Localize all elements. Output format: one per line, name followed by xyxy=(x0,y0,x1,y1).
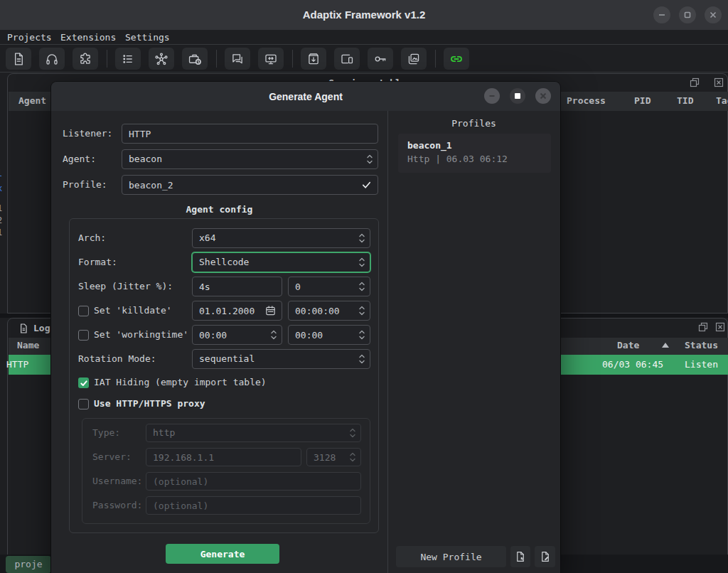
credentials-key-icon xyxy=(373,51,388,66)
proxy-password-field[interactable] xyxy=(146,496,361,515)
window-close-button[interactable] xyxy=(705,6,722,23)
killdate-checkbox[interactable] xyxy=(78,306,89,316)
logs-col-status[interactable]: Status xyxy=(685,340,718,350)
rotation-select[interactable]: sequential xyxy=(192,349,370,369)
logs-col-name[interactable]: Name xyxy=(17,340,39,350)
screenshots-icon xyxy=(407,51,422,66)
spinner-arrows-icon[interactable] xyxy=(270,329,277,341)
window-minimize-button[interactable] xyxy=(653,6,670,23)
spinner-arrows-icon[interactable] xyxy=(358,329,365,341)
spinner-arrows-icon[interactable] xyxy=(358,281,365,293)
toolbar-separator xyxy=(292,50,293,68)
logs-tab-icon xyxy=(18,323,29,334)
file-edit-icon xyxy=(539,551,551,563)
dialog-close-button[interactable] xyxy=(535,88,551,104)
dialog-minimize-button[interactable] xyxy=(484,88,500,104)
sessions-col-tag[interactable]: Tag xyxy=(716,95,728,106)
profile-field[interactable] xyxy=(122,175,378,195)
sort-ascending-icon[interactable] xyxy=(662,343,669,348)
menu-projects[interactable]: Projects xyxy=(3,30,56,45)
arch-select-value: x64 xyxy=(199,229,215,247)
toolbar-logs-button[interactable] xyxy=(6,48,31,70)
menu-settings[interactable]: Settings xyxy=(121,30,174,45)
project-tab[interactable]: proje xyxy=(6,556,51,573)
proxy-toggle-checkbox[interactable] xyxy=(78,399,89,409)
menu-bar: Projects Extensions Settings xyxy=(0,30,728,45)
proxy-password-input[interactable] xyxy=(146,497,360,514)
menu-extensions[interactable]: Extensions xyxy=(56,30,120,45)
calendar-icon[interactable] xyxy=(265,306,276,316)
toolbar-listeners-button[interactable] xyxy=(39,48,65,70)
agent-select[interactable]: beacon xyxy=(122,149,378,169)
sessions-col-tid[interactable]: TID xyxy=(677,95,693,106)
toolbar-graph-button[interactable] xyxy=(149,48,174,70)
killdate-date-field[interactable] xyxy=(192,301,282,321)
toolbar-devices-button[interactable] xyxy=(334,48,360,70)
listener-field[interactable] xyxy=(122,124,378,144)
sessions-close-button[interactable] xyxy=(714,77,724,87)
profile-list-item[interactable]: beacon_1 Http | 06.03 06:12 xyxy=(398,134,551,173)
toolbar-tasks-button[interactable] xyxy=(115,48,141,70)
logs-close-button[interactable] xyxy=(715,322,726,332)
proxy-server-input[interactable] xyxy=(146,449,301,466)
workingtime-to-field[interactable] xyxy=(288,325,370,345)
sessions-col-pid[interactable]: PID xyxy=(634,95,651,106)
chevron-up-down-icon xyxy=(366,154,373,166)
window-maximize-button[interactable] xyxy=(679,6,696,23)
maximize-icon xyxy=(684,11,691,18)
proxy-type-select[interactable]: http xyxy=(146,424,361,442)
profile-label: Profile: xyxy=(63,175,107,195)
dialog-titlebar: Generate Agent xyxy=(51,82,560,111)
jitter-field[interactable] xyxy=(288,277,370,296)
task-list-icon xyxy=(121,51,136,66)
spinner-arrows-icon[interactable] xyxy=(358,305,365,317)
chevron-up-down-icon xyxy=(358,232,365,245)
sleep-label: Sleep (Jitter %): xyxy=(78,277,173,296)
toolbar-separator xyxy=(107,50,107,68)
sessions-col-agent[interactable]: Agent xyxy=(18,95,46,106)
workingtime-from-input[interactable] xyxy=(193,326,282,344)
puzzle-icon xyxy=(78,51,93,66)
toolbar-jobs-button[interactable] xyxy=(182,48,208,70)
iat-hiding-checkbox[interactable] xyxy=(78,377,89,388)
edge-fragment: l xyxy=(0,168,2,178)
workingtime-from-field[interactable] xyxy=(192,325,282,345)
toolbar-link-button[interactable] xyxy=(444,48,469,70)
listener-input[interactable] xyxy=(122,124,378,143)
sleep-field[interactable] xyxy=(192,277,282,296)
dialog-maximize-button[interactable] xyxy=(510,88,525,104)
chevron-up-down-icon xyxy=(358,353,365,365)
toolbar-downloads-button[interactable] xyxy=(301,48,326,70)
jitter-input[interactable] xyxy=(289,277,370,296)
killdate-time-field[interactable] xyxy=(288,301,370,321)
edit-profile-button[interactable] xyxy=(535,546,555,567)
toolbar-extensions-button[interactable] xyxy=(73,48,98,70)
generate-button[interactable]: Generate xyxy=(166,544,279,564)
proxy-server-field[interactable] xyxy=(146,448,301,466)
maximize-icon xyxy=(515,93,520,99)
workingtime-to-input[interactable] xyxy=(289,326,370,344)
toolbar-credentials-button[interactable] xyxy=(368,48,393,70)
profile-input[interactable] xyxy=(122,176,378,194)
proxy-type-label: Type: xyxy=(92,424,120,442)
new-profile-button[interactable]: New Profile xyxy=(396,546,506,567)
toolbar-remote-button[interactable] xyxy=(258,48,284,70)
workingtime-checkbox[interactable] xyxy=(78,330,89,341)
rotation-select-value: sequential xyxy=(199,350,255,368)
sleep-input[interactable] xyxy=(193,277,282,296)
spinner-arrows-icon[interactable] xyxy=(349,451,356,464)
listener-row-name: HTTP xyxy=(6,359,28,370)
sessions-col-process[interactable]: Process xyxy=(567,95,606,106)
format-select[interactable]: Shellcode xyxy=(192,252,370,272)
proxy-username-input[interactable] xyxy=(146,473,360,490)
proxy-port-field[interactable] xyxy=(306,448,361,466)
load-profile-button[interactable] xyxy=(510,546,530,567)
arch-select[interactable]: x64 xyxy=(192,228,370,248)
proxy-username-field[interactable] xyxy=(146,472,361,491)
killdate-time-input[interactable] xyxy=(289,301,370,320)
toolbar-chat-button[interactable] xyxy=(225,48,250,70)
toolbar-screenshots-button[interactable] xyxy=(401,48,427,70)
logs-float-button[interactable] xyxy=(698,322,709,332)
sessions-float-button[interactable] xyxy=(690,77,700,87)
logs-col-date[interactable]: Date xyxy=(617,340,639,350)
